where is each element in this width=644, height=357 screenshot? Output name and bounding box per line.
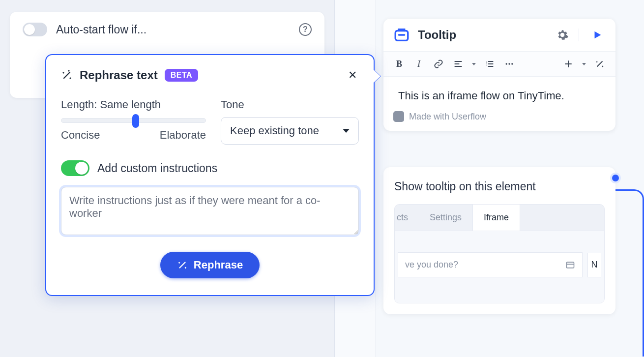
align-dropdown-icon[interactable] [469, 56, 479, 72]
preview-input-text: ve you done? [405, 260, 458, 270]
length-slider[interactable] [61, 118, 206, 123]
element-heading: Show tooltip on this element [394, 180, 605, 193]
add-dropdown-icon[interactable] [579, 56, 589, 72]
rephrase-button[interactable]: Rephrase [160, 252, 260, 278]
help-icon[interactable]: ? [299, 23, 312, 36]
close-icon[interactable]: ✕ [346, 68, 359, 83]
toolbar-spacer [520, 56, 557, 72]
wand-icon [177, 260, 188, 270]
custom-instructions-toggle[interactable] [61, 160, 89, 176]
rephrase-button-label: Rephrase [194, 259, 243, 271]
svg-text:2: 2 [486, 63, 488, 66]
bold-button[interactable]: B [390, 56, 408, 72]
svg-point-10 [506, 63, 507, 64]
gear-icon[interactable] [546, 29, 579, 41]
tooltip-card: Tooltip B I [383, 19, 615, 131]
rephrase-title: Rephrase text [80, 68, 158, 82]
connector-line [615, 189, 644, 357]
preview-tab-cut[interactable]: cts [395, 205, 419, 231]
tooltip-footer: Made with Userflow [409, 112, 486, 122]
preview-input[interactable]: ve you done? [398, 252, 583, 277]
svg-point-11 [508, 63, 510, 64]
length-label: Length: Same length [61, 98, 206, 111]
list-icon[interactable]: 1 2 [481, 56, 498, 72]
add-icon[interactable] [559, 56, 577, 72]
beta-badge: BETA [165, 69, 198, 82]
length-min-label: Concise [61, 129, 100, 142]
tone-label: Tone [221, 98, 359, 111]
length-control: Length: Same length Concise Elaborate [61, 98, 206, 145]
preview-tab-iframe[interactable]: Iframe [472, 205, 520, 231]
length-max-label: Elaborate [160, 129, 206, 142]
card-icon [565, 260, 575, 270]
preview-right-cut[interactable]: N [587, 253, 601, 277]
svg-point-12 [511, 63, 513, 64]
format-toolbar: B I 1 2 [383, 51, 615, 77]
tooltip-text: This is an iframe flow on TinyTime. [398, 89, 564, 102]
element-preview: cts Settings Iframe ve you done? N [394, 204, 605, 303]
svg-rect-15 [567, 262, 574, 268]
link-icon[interactable] [430, 56, 447, 72]
tone-value: Keep existing tone [230, 124, 319, 137]
play-icon[interactable] [579, 29, 615, 41]
rephrase-popover: Rephrase text BETA ✕ Length: Same length… [45, 54, 375, 296]
more-icon[interactable] [500, 56, 518, 72]
preview-tab-settings[interactable]: Settings [419, 205, 472, 231]
element-target-card: Show tooltip on this element cts Setting… [383, 167, 615, 314]
custom-instructions-label: Add custom instructions [97, 162, 217, 175]
tooltip-title: Tooltip [418, 28, 456, 42]
tooltip-content[interactable]: This is an iframe flow on TinyTime. [383, 77, 615, 111]
userflow-logo-icon [393, 111, 404, 122]
autostart-toggle[interactable] [23, 23, 47, 36]
ai-wand-icon[interactable] [591, 56, 609, 72]
tooltip-icon [393, 27, 410, 43]
connector-dot [612, 175, 619, 181]
autostart-label: Auto-start flow if... [56, 23, 146, 36]
length-slider-thumb[interactable] [132, 114, 139, 128]
tone-select[interactable]: Keep existing tone [221, 117, 359, 145]
italic-button[interactable]: I [410, 56, 428, 72]
custom-instructions-input[interactable] [61, 187, 359, 235]
align-button[interactable] [449, 56, 467, 72]
chevron-down-icon [343, 129, 350, 133]
wand-icon [61, 69, 73, 81]
tone-control: Tone Keep existing tone [221, 98, 359, 145]
